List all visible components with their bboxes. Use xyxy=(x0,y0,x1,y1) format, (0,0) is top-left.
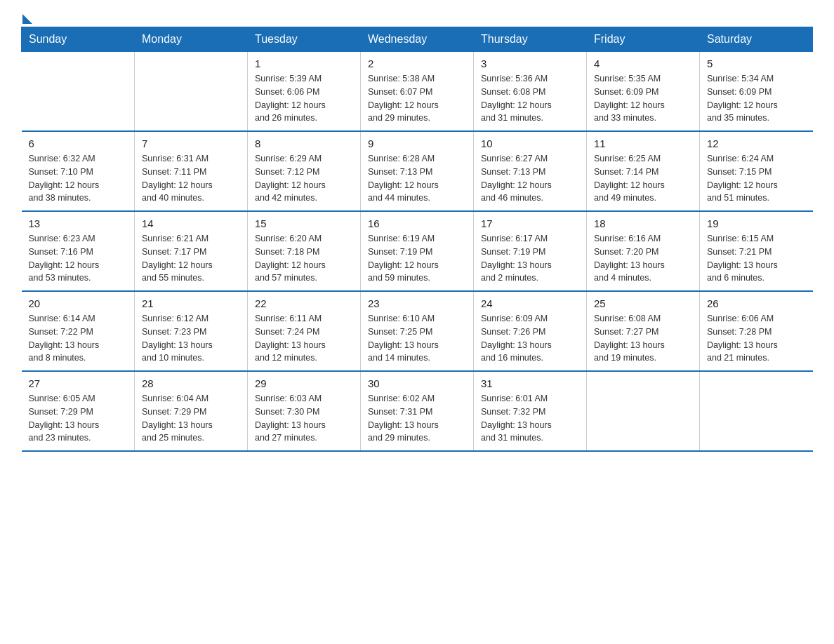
calendar-week-row: 6Sunrise: 6:32 AMSunset: 7:10 PMDaylight… xyxy=(22,131,813,211)
day-number: 16 xyxy=(368,217,466,229)
calendar-header: SundayMondayTuesdayWednesdayThursdayFrid… xyxy=(22,27,813,52)
day-info: Sunrise: 6:11 AMSunset: 7:24 PMDaylight:… xyxy=(255,312,353,365)
calendar-cell: 17Sunrise: 6:17 AMSunset: 7:19 PMDayligh… xyxy=(474,211,587,291)
calendar-cell: 13Sunrise: 6:23 AMSunset: 7:16 PMDayligh… xyxy=(22,211,135,291)
day-number: 15 xyxy=(255,217,353,229)
calendar-cell: 23Sunrise: 6:10 AMSunset: 7:25 PMDayligh… xyxy=(361,291,474,371)
day-number: 17 xyxy=(481,217,579,229)
calendar-cell xyxy=(587,371,700,451)
day-info: Sunrise: 6:02 AMSunset: 7:31 PMDaylight:… xyxy=(368,392,466,445)
day-info: Sunrise: 5:34 AMSunset: 6:09 PMDaylight:… xyxy=(707,72,806,125)
day-info: Sunrise: 6:08 AMSunset: 7:27 PMDaylight:… xyxy=(594,312,692,365)
calendar-cell: 8Sunrise: 6:29 AMSunset: 7:12 PMDaylight… xyxy=(248,131,361,211)
day-info: Sunrise: 6:19 AMSunset: 7:19 PMDaylight:… xyxy=(368,232,466,285)
day-number: 26 xyxy=(707,297,806,309)
day-of-week-header: Wednesday xyxy=(361,27,474,52)
calendar-cell: 12Sunrise: 6:24 AMSunset: 7:15 PMDayligh… xyxy=(700,131,813,211)
calendar-cell: 7Sunrise: 6:31 AMSunset: 7:11 PMDaylight… xyxy=(135,131,248,211)
day-info: Sunrise: 5:36 AMSunset: 6:08 PMDaylight:… xyxy=(481,72,579,125)
day-number: 21 xyxy=(142,297,240,309)
calendar-cell: 11Sunrise: 6:25 AMSunset: 7:14 PMDayligh… xyxy=(587,131,700,211)
day-info: Sunrise: 6:14 AMSunset: 7:22 PMDaylight:… xyxy=(29,312,128,365)
calendar-cell: 18Sunrise: 6:16 AMSunset: 7:20 PMDayligh… xyxy=(587,211,700,291)
calendar-cell: 3Sunrise: 5:36 AMSunset: 6:08 PMDaylight… xyxy=(474,52,587,132)
day-of-week-header: Friday xyxy=(587,27,700,52)
day-of-week-header: Monday xyxy=(135,27,248,52)
header xyxy=(21,14,813,20)
day-info: Sunrise: 6:03 AMSunset: 7:30 PMDaylight:… xyxy=(255,392,353,445)
logo-triangle-icon xyxy=(22,14,32,24)
day-number: 1 xyxy=(255,58,353,69)
day-info: Sunrise: 6:12 AMSunset: 7:23 PMDaylight:… xyxy=(142,312,240,365)
logo xyxy=(21,14,32,20)
day-number: 13 xyxy=(29,217,128,229)
day-info: Sunrise: 6:15 AMSunset: 7:21 PMDaylight:… xyxy=(707,232,806,285)
calendar-week-row: 20Sunrise: 6:14 AMSunset: 7:22 PMDayligh… xyxy=(22,291,813,371)
day-number: 11 xyxy=(594,137,692,149)
day-number: 30 xyxy=(368,377,466,389)
day-number: 9 xyxy=(368,137,466,149)
day-of-week-header: Sunday xyxy=(22,27,135,52)
calendar-week-row: 13Sunrise: 6:23 AMSunset: 7:16 PMDayligh… xyxy=(22,211,813,291)
calendar-cell: 5Sunrise: 5:34 AMSunset: 6:09 PMDaylight… xyxy=(700,52,813,132)
day-info: Sunrise: 6:10 AMSunset: 7:25 PMDaylight:… xyxy=(368,312,466,365)
calendar-cell: 15Sunrise: 6:20 AMSunset: 7:18 PMDayligh… xyxy=(248,211,361,291)
day-number: 7 xyxy=(142,137,240,149)
calendar-cell: 4Sunrise: 5:35 AMSunset: 6:09 PMDaylight… xyxy=(587,52,700,132)
day-number: 14 xyxy=(142,217,240,229)
day-info: Sunrise: 6:06 AMSunset: 7:28 PMDaylight:… xyxy=(707,312,806,365)
calendar-cell: 22Sunrise: 6:11 AMSunset: 7:24 PMDayligh… xyxy=(248,291,361,371)
day-number: 22 xyxy=(255,297,353,309)
day-number: 29 xyxy=(255,377,353,389)
day-number: 6 xyxy=(29,137,128,149)
calendar-cell: 14Sunrise: 6:21 AMSunset: 7:17 PMDayligh… xyxy=(135,211,248,291)
day-info: Sunrise: 6:29 AMSunset: 7:12 PMDaylight:… xyxy=(255,152,353,205)
day-info: Sunrise: 6:25 AMSunset: 7:14 PMDaylight:… xyxy=(594,152,692,205)
day-info: Sunrise: 6:23 AMSunset: 7:16 PMDaylight:… xyxy=(29,232,128,285)
day-info: Sunrise: 6:31 AMSunset: 7:11 PMDaylight:… xyxy=(142,152,240,205)
day-number: 2 xyxy=(368,58,466,69)
calendar-cell xyxy=(22,52,135,132)
day-info: Sunrise: 5:39 AMSunset: 6:06 PMDaylight:… xyxy=(255,72,353,125)
day-of-week-header: Tuesday xyxy=(248,27,361,52)
calendar-cell: 21Sunrise: 6:12 AMSunset: 7:23 PMDayligh… xyxy=(135,291,248,371)
calendar-cell: 2Sunrise: 5:38 AMSunset: 6:07 PMDaylight… xyxy=(361,52,474,132)
day-info: Sunrise: 6:27 AMSunset: 7:13 PMDaylight:… xyxy=(481,152,579,205)
day-info: Sunrise: 6:24 AMSunset: 7:15 PMDaylight:… xyxy=(707,152,806,205)
calendar-cell: 9Sunrise: 6:28 AMSunset: 7:13 PMDaylight… xyxy=(361,131,474,211)
day-number: 12 xyxy=(707,137,806,149)
calendar-week-row: 27Sunrise: 6:05 AMSunset: 7:29 PMDayligh… xyxy=(22,371,813,451)
day-info: Sunrise: 6:32 AMSunset: 7:10 PMDaylight:… xyxy=(29,152,128,205)
day-number: 24 xyxy=(481,297,579,309)
day-info: Sunrise: 5:38 AMSunset: 6:07 PMDaylight:… xyxy=(368,72,466,125)
calendar-cell: 26Sunrise: 6:06 AMSunset: 7:28 PMDayligh… xyxy=(700,291,813,371)
day-number: 5 xyxy=(707,58,806,69)
calendar-cell: 31Sunrise: 6:01 AMSunset: 7:32 PMDayligh… xyxy=(474,371,587,451)
calendar-cell: 29Sunrise: 6:03 AMSunset: 7:30 PMDayligh… xyxy=(248,371,361,451)
calendar-cell: 27Sunrise: 6:05 AMSunset: 7:29 PMDayligh… xyxy=(22,371,135,451)
calendar-cell: 10Sunrise: 6:27 AMSunset: 7:13 PMDayligh… xyxy=(474,131,587,211)
day-number: 10 xyxy=(481,137,579,149)
day-number: 18 xyxy=(594,217,692,229)
day-info: Sunrise: 6:20 AMSunset: 7:18 PMDaylight:… xyxy=(255,232,353,285)
day-number: 25 xyxy=(594,297,692,309)
day-number: 4 xyxy=(594,58,692,69)
calendar-cell xyxy=(700,371,813,451)
calendar-cell: 16Sunrise: 6:19 AMSunset: 7:19 PMDayligh… xyxy=(361,211,474,291)
day-info: Sunrise: 6:17 AMSunset: 7:19 PMDaylight:… xyxy=(481,232,579,285)
day-info: Sunrise: 6:09 AMSunset: 7:26 PMDaylight:… xyxy=(481,312,579,365)
calendar-week-row: 1Sunrise: 5:39 AMSunset: 6:06 PMDaylight… xyxy=(22,52,813,132)
calendar-cell: 19Sunrise: 6:15 AMSunset: 7:21 PMDayligh… xyxy=(700,211,813,291)
day-number: 3 xyxy=(481,58,579,69)
day-info: Sunrise: 6:28 AMSunset: 7:13 PMDaylight:… xyxy=(368,152,466,205)
day-of-week-header: Saturday xyxy=(700,27,813,52)
calendar: SundayMondayTuesdayWednesdayThursdayFrid… xyxy=(21,27,813,452)
day-info: Sunrise: 6:01 AMSunset: 7:32 PMDaylight:… xyxy=(481,392,579,445)
calendar-cell: 25Sunrise: 6:08 AMSunset: 7:27 PMDayligh… xyxy=(587,291,700,371)
day-number: 27 xyxy=(29,377,128,389)
day-info: Sunrise: 6:21 AMSunset: 7:17 PMDaylight:… xyxy=(142,232,240,285)
day-info: Sunrise: 5:35 AMSunset: 6:09 PMDaylight:… xyxy=(594,72,692,125)
calendar-body: 1Sunrise: 5:39 AMSunset: 6:06 PMDaylight… xyxy=(22,52,813,452)
day-number: 23 xyxy=(368,297,466,309)
calendar-cell: 6Sunrise: 6:32 AMSunset: 7:10 PMDaylight… xyxy=(22,131,135,211)
